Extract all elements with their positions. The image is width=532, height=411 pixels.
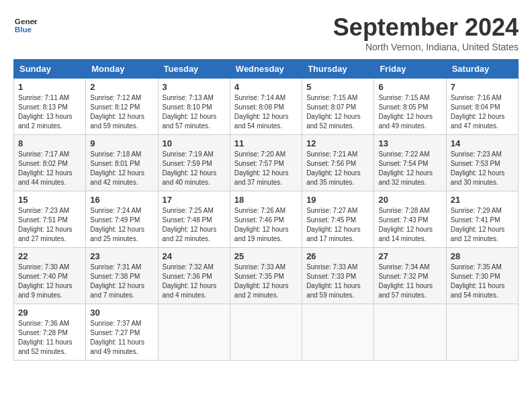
day-number: 4 <box>234 82 298 92</box>
calendar-week-4: 22Sunrise: 7:30 AM Sunset: 7:40 PM Dayli… <box>14 248 519 304</box>
day-number: 24 <box>163 251 226 261</box>
day-info: Sunrise: 7:15 AM Sunset: 8:05 PM Dayligh… <box>378 93 441 131</box>
day-info: Sunrise: 7:33 AM Sunset: 7:33 PM Dayligh… <box>306 263 369 300</box>
calendar-cell <box>446 304 518 361</box>
calendar-cell: 6Sunrise: 7:15 AM Sunset: 8:05 PM Daylig… <box>374 79 446 135</box>
calendar-cell: 14Sunrise: 7:23 AM Sunset: 7:53 PM Dayli… <box>446 135 518 191</box>
calendar-cell: 27Sunrise: 7:34 AM Sunset: 7:32 PM Dayli… <box>374 248 446 304</box>
day-info: Sunrise: 7:13 AM Sunset: 8:10 PM Dayligh… <box>163 93 226 131</box>
calendar-cell: 12Sunrise: 7:21 AM Sunset: 7:56 PM Dayli… <box>302 135 374 191</box>
day-info: Sunrise: 7:20 AM Sunset: 7:57 PM Dayligh… <box>234 150 298 187</box>
day-number: 9 <box>90 138 153 148</box>
calendar-cell: 11Sunrise: 7:20 AM Sunset: 7:57 PM Dayli… <box>230 135 302 191</box>
calendar-table: SundayMondayTuesdayWednesdayThursdayFrid… <box>13 59 519 361</box>
day-number: 17 <box>163 195 226 205</box>
day-number: 11 <box>234 138 298 148</box>
day-info: Sunrise: 7:24 AM Sunset: 7:49 PM Dayligh… <box>90 206 153 244</box>
day-number: 5 <box>306 82 369 92</box>
column-header-friday: Friday <box>374 60 446 79</box>
calendar-subtitle: North Vernon, Indiana, United States <box>333 42 519 52</box>
day-number: 2 <box>90 82 153 92</box>
day-number: 25 <box>234 251 298 261</box>
column-header-sunday: Sunday <box>14 60 86 79</box>
calendar-title: September 2024 <box>333 13 519 42</box>
svg-text:Blue: Blue <box>15 25 32 34</box>
day-number: 26 <box>306 251 369 261</box>
day-info: Sunrise: 7:16 AM Sunset: 8:04 PM Dayligh… <box>451 93 514 131</box>
calendar-cell <box>158 304 230 361</box>
day-info: Sunrise: 7:26 AM Sunset: 7:46 PM Dayligh… <box>234 206 298 244</box>
day-info: Sunrise: 7:27 AM Sunset: 7:45 PM Dayligh… <box>306 206 369 244</box>
day-number: 1 <box>18 82 81 92</box>
day-number: 18 <box>234 195 298 205</box>
calendar-week-1: 1Sunrise: 7:11 AM Sunset: 8:13 PM Daylig… <box>14 79 519 135</box>
day-number: 20 <box>378 195 441 205</box>
column-header-monday: Monday <box>86 60 158 79</box>
day-info: Sunrise: 7:34 AM Sunset: 7:32 PM Dayligh… <box>378 263 441 300</box>
day-info: Sunrise: 7:18 AM Sunset: 8:01 PM Dayligh… <box>90 150 153 187</box>
day-info: Sunrise: 7:35 AM Sunset: 7:30 PM Dayligh… <box>451 263 514 300</box>
calendar-cell: 21Sunrise: 7:29 AM Sunset: 7:41 PM Dayli… <box>446 191 518 248</box>
day-number: 27 <box>378 251 441 261</box>
day-number: 8 <box>18 138 81 148</box>
day-number: 6 <box>378 82 441 92</box>
day-number: 7 <box>451 82 514 92</box>
day-number: 12 <box>306 138 369 148</box>
day-info: Sunrise: 7:25 AM Sunset: 7:48 PM Dayligh… <box>163 206 226 244</box>
day-number: 23 <box>90 251 153 261</box>
calendar-cell: 9Sunrise: 7:18 AM Sunset: 8:01 PM Daylig… <box>86 135 158 191</box>
calendar-cell: 29Sunrise: 7:36 AM Sunset: 7:28 PM Dayli… <box>14 304 86 361</box>
day-info: Sunrise: 7:19 AM Sunset: 7:59 PM Dayligh… <box>163 150 226 187</box>
calendar-cell: 25Sunrise: 7:33 AM Sunset: 7:35 PM Dayli… <box>230 248 302 304</box>
day-number: 13 <box>378 138 441 148</box>
calendar-cell: 19Sunrise: 7:27 AM Sunset: 7:45 PM Dayli… <box>302 191 374 248</box>
calendar-cell: 4Sunrise: 7:14 AM Sunset: 8:08 PM Daylig… <box>230 79 302 135</box>
calendar-week-3: 15Sunrise: 7:23 AM Sunset: 7:51 PM Dayli… <box>14 191 519 248</box>
day-info: Sunrise: 7:14 AM Sunset: 8:08 PM Dayligh… <box>234 93 298 131</box>
calendar-cell: 17Sunrise: 7:25 AM Sunset: 7:48 PM Dayli… <box>158 191 230 248</box>
header: General Blue September 2024 North Vernon… <box>13 13 519 52</box>
calendar-cell: 10Sunrise: 7:19 AM Sunset: 7:59 PM Dayli… <box>158 135 230 191</box>
day-info: Sunrise: 7:31 AM Sunset: 7:38 PM Dayligh… <box>90 263 153 300</box>
column-header-wednesday: Wednesday <box>230 60 302 79</box>
calendar-week-5: 29Sunrise: 7:36 AM Sunset: 7:28 PM Dayli… <box>14 304 519 361</box>
day-number: 21 <box>451 195 514 205</box>
day-number: 16 <box>90 195 153 205</box>
calendar-cell: 16Sunrise: 7:24 AM Sunset: 7:49 PM Dayli… <box>86 191 158 248</box>
day-info: Sunrise: 7:23 AM Sunset: 7:53 PM Dayligh… <box>451 150 514 187</box>
day-info: Sunrise: 7:11 AM Sunset: 8:13 PM Dayligh… <box>18 93 81 131</box>
calendar-cell: 1Sunrise: 7:11 AM Sunset: 8:13 PM Daylig… <box>14 79 86 135</box>
day-info: Sunrise: 7:30 AM Sunset: 7:40 PM Dayligh… <box>18 263 81 300</box>
calendar-cell: 20Sunrise: 7:28 AM Sunset: 7:43 PM Dayli… <box>374 191 446 248</box>
calendar-cell: 5Sunrise: 7:15 AM Sunset: 8:07 PM Daylig… <box>302 79 374 135</box>
column-header-tuesday: Tuesday <box>158 60 230 79</box>
calendar-cell: 8Sunrise: 7:17 AM Sunset: 8:02 PM Daylig… <box>14 135 86 191</box>
calendar-cell: 7Sunrise: 7:16 AM Sunset: 8:04 PM Daylig… <box>446 79 518 135</box>
day-number: 14 <box>451 138 514 148</box>
calendar-cell: 28Sunrise: 7:35 AM Sunset: 7:30 PM Dayli… <box>446 248 518 304</box>
calendar-cell: 15Sunrise: 7:23 AM Sunset: 7:51 PM Dayli… <box>14 191 86 248</box>
logo: General Blue <box>13 13 38 38</box>
day-info: Sunrise: 7:17 AM Sunset: 8:02 PM Dayligh… <box>18 150 81 187</box>
calendar-cell: 3Sunrise: 7:13 AM Sunset: 8:10 PM Daylig… <box>158 79 230 135</box>
day-info: Sunrise: 7:29 AM Sunset: 7:41 PM Dayligh… <box>451 206 514 244</box>
calendar-cell: 24Sunrise: 7:32 AM Sunset: 7:36 PM Dayli… <box>158 248 230 304</box>
day-number: 3 <box>163 82 226 92</box>
calendar-cell: 30Sunrise: 7:37 AM Sunset: 7:27 PM Dayli… <box>86 304 158 361</box>
day-info: Sunrise: 7:15 AM Sunset: 8:07 PM Dayligh… <box>306 93 369 131</box>
column-header-saturday: Saturday <box>446 60 518 79</box>
calendar-cell <box>302 304 374 361</box>
day-number: 19 <box>306 195 369 205</box>
day-number: 22 <box>18 251 81 261</box>
calendar-cell: 23Sunrise: 7:31 AM Sunset: 7:38 PM Dayli… <box>86 248 158 304</box>
day-info: Sunrise: 7:36 AM Sunset: 7:28 PM Dayligh… <box>18 319 81 357</box>
calendar-cell: 18Sunrise: 7:26 AM Sunset: 7:46 PM Dayli… <box>230 191 302 248</box>
logo-icon: General Blue <box>13 13 38 38</box>
day-info: Sunrise: 7:33 AM Sunset: 7:35 PM Dayligh… <box>234 263 298 300</box>
calendar-cell: 26Sunrise: 7:33 AM Sunset: 7:33 PM Dayli… <box>302 248 374 304</box>
day-info: Sunrise: 7:37 AM Sunset: 7:27 PM Dayligh… <box>90 319 153 357</box>
calendar-cell: 22Sunrise: 7:30 AM Sunset: 7:40 PM Dayli… <box>14 248 86 304</box>
title-area: September 2024 North Vernon, Indiana, Un… <box>333 13 519 52</box>
day-info: Sunrise: 7:12 AM Sunset: 8:12 PM Dayligh… <box>90 93 153 131</box>
day-info: Sunrise: 7:32 AM Sunset: 7:36 PM Dayligh… <box>163 263 226 300</box>
